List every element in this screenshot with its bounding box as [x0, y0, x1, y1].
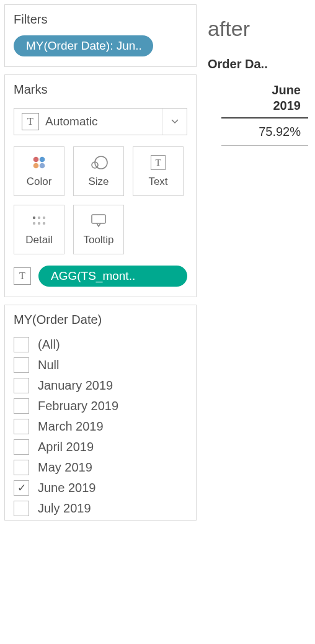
svg-point-2: [33, 163, 39, 169]
filter-item[interactable]: March 2019: [14, 419, 187, 434]
filter-item[interactable]: June 2019: [14, 480, 187, 496]
marks-title: Marks: [14, 83, 187, 97]
column-header-line1: June: [221, 83, 301, 98]
filter-values-card: MY(Order Date) (All)NullJanuary 2019Febr…: [4, 305, 197, 521]
sheet-title: after: [205, 17, 311, 41]
filter-checkbox[interactable]: [14, 480, 29, 496]
marktype-dropdown[interactable]: T Automatic: [14, 108, 187, 135]
detail-shelf-label: Detail: [25, 234, 52, 246]
svg-point-1: [40, 157, 45, 163]
filter-checkbox[interactable]: [14, 398, 29, 414]
tooltip-shelf-label: Tooltip: [83, 234, 113, 246]
filter-checkbox[interactable]: [14, 439, 29, 455]
filter-item[interactable]: February 2019: [14, 398, 187, 414]
chevron-down-icon: [171, 119, 179, 124]
column-field-header: Order Da..: [205, 57, 311, 71]
filter-item-label: July 2019: [38, 501, 91, 516]
svg-point-9: [33, 222, 35, 225]
svg-point-7: [38, 217, 40, 219]
color-shelf-button[interactable]: Color: [14, 146, 64, 196]
svg-point-10: [38, 222, 40, 225]
color-shelf-label: Color: [27, 176, 52, 188]
text-shelf-label: Text: [148, 176, 167, 188]
marktype-display: T Automatic: [14, 109, 162, 135]
svg-rect-12: [92, 215, 105, 223]
text-shelf-button[interactable]: T Text: [133, 146, 184, 196]
marktype-caret[interactable]: [162, 109, 187, 135]
filter-checkbox[interactable]: [14, 378, 29, 393]
filter-item-label: Null: [38, 358, 59, 372]
filter-item[interactable]: May 2019: [14, 460, 187, 475]
filter-item-label: (All): [38, 338, 60, 352]
size-shelf-label: Size: [88, 176, 109, 188]
filter-pill-order-date[interactable]: MY(Order Date): Jun..: [14, 35, 153, 56]
filter-checkbox[interactable]: [14, 419, 29, 434]
filter-item-label: June 2019: [38, 481, 95, 495]
filter-item[interactable]: Null: [14, 357, 187, 373]
filter-item[interactable]: July 2019: [14, 501, 187, 516]
filter-pill-label: MY(Order Date): Jun..: [26, 39, 142, 53]
filters-title: Filters: [14, 12, 187, 27]
filter-checkbox[interactable]: [14, 357, 29, 373]
worksheet-view: after Order Da.. June 2019 75.92%: [205, 4, 311, 640]
filter-item-label: April 2019: [38, 440, 94, 454]
filter-item[interactable]: (All): [14, 337, 187, 352]
svg-point-8: [43, 217, 45, 219]
marks-card: Marks T Automatic: [4, 74, 197, 297]
filter-item[interactable]: April 2019: [14, 439, 187, 455]
svg-point-11: [43, 222, 45, 225]
size-icon: [89, 154, 108, 171]
text-mark-indicator-icon[interactable]: T: [14, 267, 31, 285]
filter-checkbox[interactable]: [14, 337, 29, 352]
filter-item-label: February 2019: [38, 399, 118, 413]
data-cell[interactable]: 75.92%: [221, 119, 308, 146]
svg-point-6: [33, 217, 35, 219]
marks-pill-row: T AGG(TS_mont..: [14, 266, 187, 287]
data-table: June 2019 75.92%: [221, 83, 308, 146]
text-type-icon: T: [22, 113, 39, 130]
column-header-line2: 2019: [221, 98, 301, 114]
text-shelf-icon: T: [151, 154, 166, 171]
tooltip-icon: [91, 213, 107, 229]
filters-shelf: Filters MY(Order Date): Jun..: [4, 4, 197, 67]
filter-checkbox[interactable]: [14, 460, 29, 475]
column-header-cell[interactable]: June 2019: [221, 83, 308, 119]
detail-icon: [31, 213, 47, 229]
filter-field-title: MY(Order Date): [14, 313, 187, 327]
svg-point-0: [33, 157, 39, 163]
marks-shelves: Color Size T Text: [14, 146, 187, 254]
color-dots-icon: [31, 154, 47, 171]
filter-values-list: (All)NullJanuary 2019February 2019March …: [14, 337, 187, 516]
tooltip-shelf-button[interactable]: Tooltip: [73, 205, 124, 254]
detail-shelf-button[interactable]: Detail: [14, 205, 64, 254]
size-shelf-button[interactable]: Size: [73, 146, 124, 196]
agg-pill-label: AGG(TS_mont..: [51, 269, 135, 283]
svg-point-3: [40, 163, 45, 169]
filter-item-label: May 2019: [38, 460, 92, 475]
agg-pill[interactable]: AGG(TS_mont..: [38, 266, 187, 287]
marktype-label: Automatic: [45, 115, 97, 128]
filter-checkbox[interactable]: [14, 501, 29, 516]
filter-item-label: January 2019: [38, 378, 113, 393]
filter-item-label: March 2019: [38, 419, 104, 434]
filter-item[interactable]: January 2019: [14, 378, 187, 393]
